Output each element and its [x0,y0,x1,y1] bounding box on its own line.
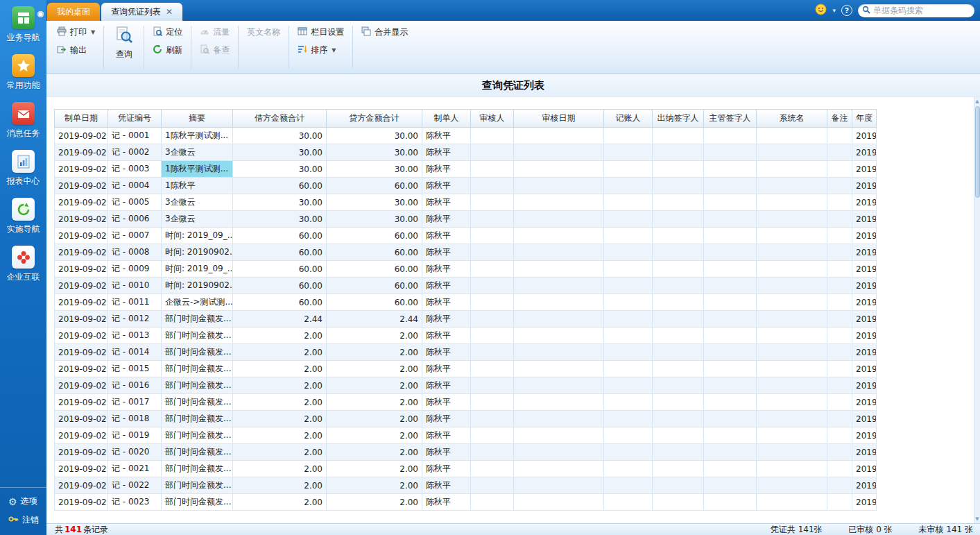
table-cell[interactable]: 陈秋平 [422,278,471,294]
table-cell[interactable] [757,211,827,228]
table-cell[interactable] [604,494,653,511]
table-cell[interactable] [604,377,653,394]
table-cell[interactable]: 2.00 [327,377,422,394]
table-cell[interactable]: 2019-09-02 [55,494,108,511]
table-cell[interactable] [827,411,852,427]
table-cell[interactable]: 记 - 0014 [108,344,162,361]
table-cell[interactable] [514,178,604,194]
table-cell[interactable]: 部门时间金额发... [162,344,233,361]
table-cell[interactable] [653,494,704,511]
table-cell[interactable]: 陈秋平 [422,411,471,427]
merge-display-button[interactable]: 合并显示 [357,24,412,40]
table-cell[interactable]: 2019 [852,294,877,311]
table-cell[interactable]: 2.00 [327,494,422,511]
table-row[interactable]: 2019-09-02记 - 00031陈秋平测试测...30.0030.00陈秋… [55,161,877,178]
table-cell[interactable] [653,444,704,461]
table-row[interactable]: 2019-09-02记 - 00063企微云30.0030.00陈秋平2019 [55,211,877,228]
table-cell[interactable] [704,294,757,311]
table-cell[interactable]: 陈秋平 [422,311,471,328]
table-cell[interactable]: 3企微云 [162,194,233,211]
table-cell[interactable]: 部门时间金额发... [162,311,233,328]
table-cell[interactable]: 2019-09-02 [55,211,108,228]
table-cell[interactable]: 60.00 [233,261,327,278]
table-row[interactable]: 2019-09-02记 - 0009时间: 2019_09_...60.0060… [55,261,877,278]
table-cell[interactable] [827,278,852,294]
table-cell[interactable]: 2.44 [233,311,327,328]
table-cell[interactable]: 30.00 [327,144,422,161]
table-cell[interactable]: 时间: 20190902... [162,244,233,261]
table-cell[interactable] [514,427,604,444]
table-cell[interactable] [757,377,827,394]
table-cell[interactable]: 部门时间金额发... [162,394,233,411]
table-cell[interactable] [471,228,514,244]
table-cell[interactable]: 2.00 [327,411,422,427]
table-cell[interactable]: 2.00 [233,427,327,444]
table-cell[interactable] [757,328,827,344]
table-cell[interactable] [827,144,852,161]
table-cell[interactable]: 陈秋平 [422,228,471,244]
options-button[interactable]: ⚙ 选项 [0,492,46,511]
table-cell[interactable] [653,278,704,294]
table-cell[interactable] [471,161,514,178]
table-cell[interactable]: 2019-09-02 [55,128,108,144]
table-cell[interactable]: 记 - 0001 [108,128,162,144]
table-cell[interactable] [514,144,604,161]
table-cell[interactable]: 2019-09-02 [55,178,108,194]
table-cell[interactable]: 记 - 0020 [108,444,162,461]
table-cell[interactable]: 30.00 [233,144,327,161]
table-cell[interactable]: 陈秋平 [422,128,471,144]
table-cell[interactable] [757,261,827,278]
table-cell[interactable]: 记 - 0016 [108,377,162,394]
table-cell[interactable]: 2019-09-02 [55,194,108,211]
table-cell[interactable]: 60.00 [327,228,422,244]
table-cell[interactable]: 记 - 0002 [108,144,162,161]
table-cell[interactable] [514,161,604,178]
table-cell[interactable]: 记 - 0009 [108,261,162,278]
column-header[interactable]: 审核日期 [514,110,604,128]
table-cell[interactable] [604,294,653,311]
table-cell[interactable]: 陈秋平 [422,144,471,161]
table-cell[interactable] [827,128,852,144]
table-cell[interactable] [604,211,653,228]
table-cell[interactable] [827,494,852,511]
table-cell[interactable] [653,394,704,411]
table-row[interactable]: 2019-09-02记 - 0017部门时间金额发...2.002.00陈秋平2… [55,394,877,411]
table-cell[interactable]: 1陈秋平测试测... [162,128,233,144]
table-cell[interactable]: 3企微云 [162,211,233,228]
table-cell[interactable]: 记 - 0006 [108,211,162,228]
table-cell[interactable]: 部门时间金额发... [162,411,233,427]
table-cell[interactable]: 2019 [852,244,877,261]
table-cell[interactable] [757,228,827,244]
table-cell[interactable] [827,161,852,178]
table-cell[interactable] [704,311,757,328]
table-cell[interactable]: 记 - 0007 [108,228,162,244]
table-cell[interactable]: 2019-09-02 [55,294,108,311]
sort-button[interactable]: 排序 ▼ [293,42,348,58]
table-cell[interactable]: 部门时间金额发... [162,461,233,477]
table-cell[interactable] [827,211,852,228]
table-row[interactable]: 2019-09-02记 - 00053企微云30.0030.00陈秋平2019 [55,194,877,211]
table-cell[interactable]: 2019 [852,411,877,427]
table-row[interactable]: 2019-09-02记 - 00011陈秋平测试测...30.0030.00陈秋… [55,128,877,144]
table-cell[interactable]: 记 - 0004 [108,178,162,194]
table-cell[interactable]: 时间: 2019_09_... [162,261,233,278]
table-cell[interactable] [471,344,514,361]
search-input[interactable] [873,6,980,15]
table-cell[interactable]: 2019 [852,394,877,411]
export-button[interactable]: 输出 [53,42,99,58]
table-cell[interactable] [704,178,757,194]
table-cell[interactable]: 60.00 [327,244,422,261]
table-cell[interactable] [653,377,704,394]
table-cell[interactable]: 2.00 [327,328,422,344]
table-cell[interactable]: 30.00 [327,211,422,228]
table-row[interactable]: 2019-09-02记 - 0021部门时间金额发...2.002.00陈秋平2… [55,461,877,477]
table-cell[interactable] [471,294,514,311]
table-cell[interactable] [514,294,604,311]
table-cell[interactable] [604,461,653,477]
table-cell[interactable]: 2.00 [233,361,327,377]
column-header[interactable]: 贷方金额合计 [327,110,422,128]
table-cell[interactable]: 2019 [852,194,877,211]
table-cell[interactable]: 2019 [852,377,877,394]
table-cell[interactable] [704,211,757,228]
table-cell[interactable] [704,427,757,444]
